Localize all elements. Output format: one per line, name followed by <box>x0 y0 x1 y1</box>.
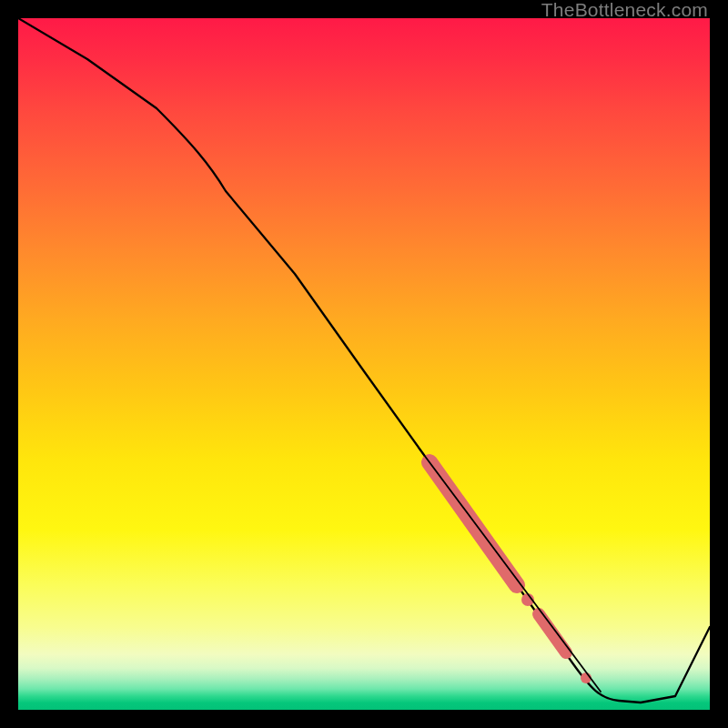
watermark-text: TheBottleneck.com <box>541 0 708 20</box>
chart-frame: TheBottleneck.com <box>0 0 728 728</box>
highlight-segment-b <box>539 614 566 652</box>
bottleneck-curve <box>18 18 710 703</box>
bottleneck-curve-overlay <box>419 448 601 692</box>
plot-area <box>18 18 710 710</box>
curve-layer <box>18 18 710 710</box>
